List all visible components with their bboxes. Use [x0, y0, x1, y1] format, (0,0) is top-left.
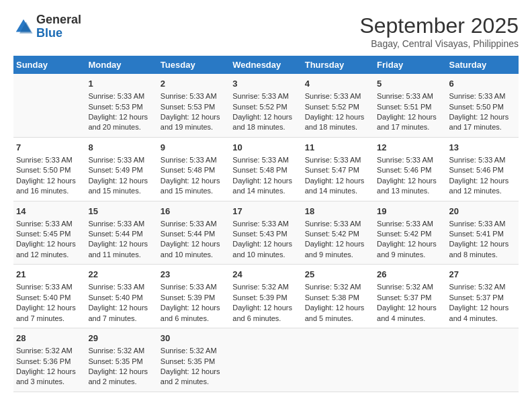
cell-text: Daylight: 12 hours: [305, 112, 371, 122]
day-number: 18: [305, 205, 371, 218]
day-number: 7: [16, 142, 83, 154]
cell-text: and 10 minutes.: [232, 250, 299, 260]
calendar-cell: 11Sunrise: 5:33 AMSunset: 5:47 PMDayligh…: [302, 137, 374, 201]
header-cell-tuesday: Tuesday: [158, 56, 230, 74]
cell-text: and 14 minutes.: [232, 186, 299, 196]
cell-text: Sunset: 5:44 PM: [161, 229, 227, 239]
cell-text: Sunset: 5:45 PM: [16, 229, 83, 239]
cell-text: Sunset: 5:52 PM: [232, 102, 299, 112]
day-number: 10: [232, 142, 299, 154]
cell-text: and 18 minutes.: [305, 122, 371, 132]
cell-text: Sunset: 5:36 PM: [16, 357, 83, 367]
cell-text: Sunset: 5:37 PM: [377, 293, 443, 303]
cell-text: Sunrise: 5:33 AM: [377, 91, 443, 101]
day-number: 22: [88, 269, 154, 281]
cell-text: and 15 minutes.: [88, 186, 154, 196]
cell-text: Daylight: 12 hours: [305, 303, 371, 313]
header-cell-monday: Monday: [85, 56, 157, 74]
cell-text: Daylight: 12 hours: [161, 112, 227, 122]
cell-text: Daylight: 12 hours: [377, 239, 443, 249]
cell-text: Sunrise: 5:33 AM: [16, 155, 83, 165]
cell-text: Sunrise: 5:33 AM: [88, 155, 154, 165]
calendar-cell: [447, 328, 519, 392]
calendar-cell: 9Sunrise: 5:33 AMSunset: 5:48 PMDaylight…: [158, 137, 230, 201]
cell-text: and 2 minutes.: [88, 377, 154, 387]
cell-text: Sunset: 5:53 PM: [88, 102, 154, 112]
cell-text: Sunrise: 5:33 AM: [305, 91, 371, 101]
calendar-cell: 1Sunrise: 5:33 AMSunset: 5:53 PMDaylight…: [85, 74, 157, 137]
cell-text: Sunrise: 5:33 AM: [377, 155, 443, 165]
day-number: 30: [161, 332, 227, 345]
cell-text: and 13 minutes.: [377, 186, 443, 196]
calendar-cell: 23Sunrise: 5:33 AMSunset: 5:39 PMDayligh…: [158, 265, 230, 328]
cell-text: and 17 minutes.: [377, 122, 443, 132]
cell-text: Sunset: 5:48 PM: [161, 165, 227, 175]
cell-text: and 16 minutes.: [16, 186, 83, 196]
title-block: September 2025 Bagay, Central Visayas, P…: [359, 13, 519, 49]
cell-text: Sunset: 5:49 PM: [88, 165, 154, 175]
logo-text: General Blue: [36, 13, 81, 40]
cell-text: Sunset: 5:43 PM: [232, 229, 299, 239]
calendar-cell: 17Sunrise: 5:33 AMSunset: 5:43 PMDayligh…: [230, 201, 302, 265]
calendar-week-row: 1Sunrise: 5:33 AMSunset: 5:53 PMDaylight…: [13, 74, 519, 137]
cell-text: and 4 minutes.: [377, 314, 443, 324]
cell-text: Sunset: 5:53 PM: [161, 102, 227, 112]
cell-text: and 19 minutes.: [161, 122, 227, 132]
calendar-cell: 29Sunrise: 5:32 AMSunset: 5:35 PMDayligh…: [85, 328, 157, 392]
cell-text: Sunrise: 5:33 AM: [449, 91, 516, 101]
calendar-cell: 2Sunrise: 5:33 AMSunset: 5:53 PMDaylight…: [158, 74, 230, 137]
cell-text: Sunset: 5:39 PM: [232, 293, 299, 303]
calendar-cell: 5Sunrise: 5:33 AMSunset: 5:51 PMDaylight…: [374, 74, 446, 137]
day-number: 12: [377, 142, 443, 154]
cell-text: Daylight: 12 hours: [16, 176, 83, 186]
cell-text: Sunrise: 5:32 AM: [305, 282, 371, 292]
cell-text: Sunrise: 5:33 AM: [232, 155, 299, 165]
logo: General Blue: [13, 13, 81, 40]
cell-text: and 10 minutes.: [161, 250, 227, 260]
calendar-cell: 7Sunrise: 5:33 AMSunset: 5:50 PMDaylight…: [13, 137, 85, 201]
calendar-cell: 19Sunrise: 5:33 AMSunset: 5:42 PMDayligh…: [374, 201, 446, 265]
cell-text: and 4 minutes.: [449, 314, 516, 324]
cell-text: Sunrise: 5:33 AM: [161, 219, 227, 229]
cell-text: Sunrise: 5:32 AM: [449, 282, 516, 292]
calendar-cell: 12Sunrise: 5:33 AMSunset: 5:46 PMDayligh…: [374, 137, 446, 201]
cell-text: Sunrise: 5:33 AM: [449, 155, 516, 165]
header-cell-sunday: Sunday: [13, 56, 85, 74]
cell-text: Daylight: 12 hours: [232, 239, 299, 249]
calendar-cell: 28Sunrise: 5:32 AMSunset: 5:36 PMDayligh…: [13, 328, 85, 392]
cell-text: Daylight: 12 hours: [449, 303, 516, 313]
calendar-cell: 10Sunrise: 5:33 AMSunset: 5:48 PMDayligh…: [230, 137, 302, 201]
header-cell-friday: Friday: [374, 56, 446, 74]
day-number: 13: [449, 142, 516, 154]
cell-text: Daylight: 12 hours: [377, 303, 443, 313]
cell-text: Daylight: 12 hours: [16, 239, 83, 249]
calendar-body: 1Sunrise: 5:33 AMSunset: 5:53 PMDaylight…: [13, 74, 519, 392]
cell-text: Daylight: 12 hours: [161, 176, 227, 186]
day-number: 20: [449, 205, 516, 218]
cell-text: Sunset: 5:42 PM: [305, 229, 371, 239]
calendar-week-row: 7Sunrise: 5:33 AMSunset: 5:50 PMDaylight…: [13, 137, 519, 201]
calendar-cell: 22Sunrise: 5:33 AMSunset: 5:40 PMDayligh…: [85, 265, 157, 328]
cell-text: Sunrise: 5:33 AM: [88, 282, 154, 292]
cell-text: Daylight: 12 hours: [449, 112, 516, 122]
calendar-cell: 14Sunrise: 5:33 AMSunset: 5:45 PMDayligh…: [13, 201, 85, 265]
calendar-cell: 4Sunrise: 5:33 AMSunset: 5:52 PMDaylight…: [302, 74, 374, 137]
cell-text: and 9 minutes.: [305, 250, 371, 260]
cell-text: Sunrise: 5:33 AM: [16, 282, 83, 292]
cell-text: Daylight: 12 hours: [305, 239, 371, 249]
cell-text: and 11 minutes.: [88, 250, 154, 260]
day-number: 23: [161, 269, 227, 281]
cell-text: and 12 minutes.: [16, 250, 83, 260]
cell-text: and 8 minutes.: [449, 250, 516, 260]
cell-text: and 7 minutes.: [16, 314, 83, 324]
cell-text: Sunrise: 5:33 AM: [449, 219, 516, 229]
header-cell-wednesday: Wednesday: [230, 56, 302, 74]
calendar-cell: 20Sunrise: 5:33 AMSunset: 5:41 PMDayligh…: [447, 201, 519, 265]
cell-text: Sunrise: 5:33 AM: [161, 155, 227, 165]
cell-text: Sunset: 5:40 PM: [16, 293, 83, 303]
logo-icon: [13, 17, 34, 37]
cell-text: Sunrise: 5:32 AM: [161, 346, 227, 356]
cell-text: Sunset: 5:37 PM: [449, 293, 516, 303]
day-number: 25: [305, 269, 371, 281]
day-number: 16: [161, 205, 227, 218]
